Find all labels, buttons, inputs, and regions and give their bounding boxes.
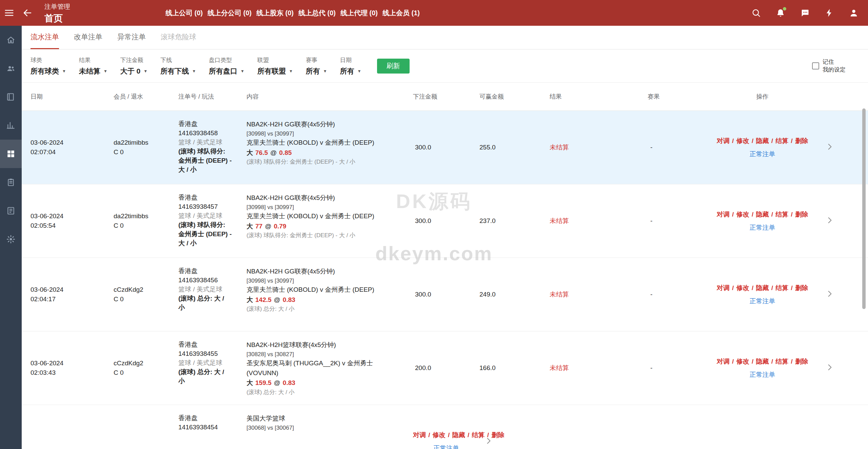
op-link[interactable]: 修改 bbox=[736, 137, 749, 144]
op-link[interactable]: 删除 bbox=[795, 358, 808, 365]
filter-dropdown[interactable]: 盘口类型所有盘口▼ bbox=[209, 56, 244, 76]
user-button[interactable] bbox=[848, 7, 859, 18]
league-name: NBA2K-H2H GG联赛(4x5分钟) bbox=[246, 193, 393, 203]
op-link[interactable]: 对调 bbox=[717, 211, 730, 218]
column-header: 可赢金额 bbox=[479, 93, 550, 101]
match-ids: [30998] vs [30997] bbox=[246, 129, 393, 138]
table-row[interactable]: 03-06-2024 02:03:43 cCzdKdg2 C 0 香港盘 141… bbox=[22, 331, 868, 405]
page-title: 首页 bbox=[44, 12, 70, 24]
op-separator: / bbox=[730, 358, 736, 365]
op-link[interactable]: 隐藏 bbox=[756, 358, 769, 365]
sidebar-item[interactable] bbox=[0, 111, 22, 140]
match-result: - bbox=[648, 217, 704, 225]
caret-down-icon: ▼ bbox=[192, 69, 196, 74]
sidebar-item[interactable] bbox=[0, 225, 22, 253]
remember-checkbox[interactable] bbox=[812, 62, 819, 69]
teams: 克里夫兰骑士 (KOBOLD) v 金州勇士 (DEEP) bbox=[246, 211, 393, 221]
sidebar-item[interactable] bbox=[0, 26, 22, 54]
filter-dropdown[interactable]: 球类所有球类▼ bbox=[31, 56, 66, 76]
filter-label: 球类 bbox=[31, 56, 66, 64]
op-link[interactable]: 对调 bbox=[413, 431, 426, 438]
op-link[interactable]: 对调 bbox=[717, 137, 730, 144]
row-expand[interactable] bbox=[821, 363, 868, 373]
match-result: - bbox=[648, 364, 704, 372]
op-link[interactable]: 隐藏 bbox=[756, 211, 769, 218]
bell-button[interactable] bbox=[775, 7, 786, 18]
op-link[interactable]: 结算 bbox=[775, 211, 788, 218]
normal-bet-link[interactable]: 正常注单 bbox=[433, 444, 459, 449]
top-nav-item[interactable]: 线上公司 (0) bbox=[165, 8, 203, 18]
sidebar-item[interactable] bbox=[0, 197, 22, 225]
normal-bet-link[interactable]: 正常注单 bbox=[750, 370, 775, 379]
top-nav-item[interactable]: 线上总代 (0) bbox=[298, 8, 336, 18]
filter-dropdown[interactable]: 联盟所有联盟▼ bbox=[257, 56, 293, 76]
top-nav-item[interactable]: 线上会员 (1) bbox=[382, 8, 420, 18]
menu-button[interactable] bbox=[4, 6, 18, 20]
op-link[interactable]: 隐藏 bbox=[756, 137, 769, 144]
op-link[interactable]: 修改 bbox=[433, 431, 446, 438]
chat-button[interactable] bbox=[800, 7, 810, 18]
sidebar-item[interactable] bbox=[0, 54, 22, 83]
remember-setting[interactable]: 记住我的设定 bbox=[812, 58, 846, 73]
filter-dropdown[interactable]: 日期所有▼ bbox=[340, 56, 361, 76]
sidebar-item[interactable] bbox=[0, 83, 22, 111]
app-root: 注单管理 首页 线上公司 (0)线上分公司 (0)线上股东 (0)线上总代 (0… bbox=[0, 0, 868, 449]
filter-dropdown[interactable]: 下线所有下线▼ bbox=[160, 56, 196, 76]
op-link[interactable]: 隐藏 bbox=[756, 284, 769, 291]
row-expand[interactable] bbox=[479, 436, 550, 447]
sidebar-item[interactable] bbox=[0, 168, 22, 197]
back-button[interactable] bbox=[22, 6, 36, 20]
odds-value: 0.83 bbox=[283, 295, 295, 305]
op-link[interactable]: 结算 bbox=[775, 137, 788, 144]
filter-value: 所有下线▼ bbox=[160, 66, 196, 76]
lightning-button[interactable] bbox=[824, 7, 835, 18]
bet-operations: 对调 / 修改 / 隐藏 / 结算 / 删除 正常注单 bbox=[704, 137, 821, 159]
pick-side: 大 bbox=[246, 148, 253, 158]
table-row[interactable]: 03-06-2024 02:04:17 cCzdKdg2 C 0 香港盘 141… bbox=[22, 258, 868, 331]
search-button[interactable] bbox=[751, 7, 762, 18]
tab-item[interactable]: 滚球危险球 bbox=[161, 26, 196, 49]
refresh-button[interactable]: 刷新 bbox=[377, 59, 410, 74]
op-link[interactable]: 删除 bbox=[795, 137, 808, 144]
filter-dropdown[interactable]: 下注金额大于 0▼ bbox=[120, 56, 147, 76]
op-link[interactable]: 隐藏 bbox=[452, 431, 465, 438]
odds-at: @ bbox=[270, 148, 277, 158]
teams: 圣安东尼奥马刺 (THUGGA__2K) v 金州勇士 (VOVUNN) bbox=[246, 359, 393, 378]
win-amount: 249.0 bbox=[479, 291, 550, 298]
row-expand[interactable] bbox=[821, 216, 868, 226]
op-link[interactable]: 修改 bbox=[736, 211, 749, 218]
top-nav-item[interactable]: 线上股东 (0) bbox=[256, 8, 294, 18]
op-link[interactable]: 修改 bbox=[736, 284, 749, 291]
op-separator: / bbox=[750, 137, 755, 144]
scrollbar-thumb[interactable] bbox=[862, 108, 866, 309]
pick-line: 大 159.5 @ 0.83 bbox=[246, 378, 393, 388]
filter-dropdown[interactable]: 结果未结算▼ bbox=[79, 56, 107, 76]
op-link[interactable]: 结算 bbox=[775, 284, 788, 291]
tab-item[interactable]: 异常注单 bbox=[117, 26, 146, 49]
top-nav-item[interactable]: 线上代理 (0) bbox=[340, 8, 378, 18]
filter-value: 所有盘口▼ bbox=[209, 66, 244, 76]
table-row[interactable]: 03-06-2024 02:05:54 da22timibbs C 0 香港盘 … bbox=[22, 184, 868, 258]
bet-operations: 对调 / 修改 / 隐藏 / 结算 / 删除 正常注单 bbox=[413, 431, 479, 449]
op-link[interactable]: 对调 bbox=[717, 358, 730, 365]
row-expand[interactable] bbox=[821, 289, 868, 300]
bet-number-play: 香港盘 14163938458 篮球 / 美式足球 (滚球) 球队得分: 金州勇… bbox=[178, 111, 246, 181]
op-link[interactable]: 修改 bbox=[736, 358, 749, 365]
op-link[interactable]: 对调 bbox=[717, 284, 730, 291]
tab-item[interactable]: 改单注单 bbox=[74, 26, 102, 49]
normal-bet-link[interactable]: 正常注单 bbox=[750, 223, 775, 232]
tab-item[interactable]: 流水注单 bbox=[31, 26, 59, 49]
sport-type: 篮球 / 美式足球 bbox=[178, 285, 232, 294]
table-row[interactable]: 03-06-2024 02:07:04 da22timibbs C 0 香港盘 … bbox=[22, 111, 868, 184]
normal-bet-link[interactable]: 正常注单 bbox=[750, 150, 775, 159]
sidebar-item[interactable] bbox=[0, 140, 22, 168]
filter-dropdown[interactable]: 赛事所有▼ bbox=[306, 56, 327, 76]
row-expand[interactable] bbox=[821, 142, 868, 153]
op-link[interactable]: 删除 bbox=[795, 211, 808, 218]
table-row[interactable]: 香港盘 14163938454 美国大学篮球 [30068] vs [30067… bbox=[22, 405, 868, 449]
normal-bet-link[interactable]: 正常注单 bbox=[750, 297, 775, 306]
op-link[interactable]: 删除 bbox=[795, 284, 808, 291]
op-link[interactable]: 结算 bbox=[775, 358, 788, 365]
top-nav-item[interactable]: 线上分公司 (0) bbox=[208, 8, 252, 18]
bet-result: 未结算 bbox=[550, 364, 648, 372]
